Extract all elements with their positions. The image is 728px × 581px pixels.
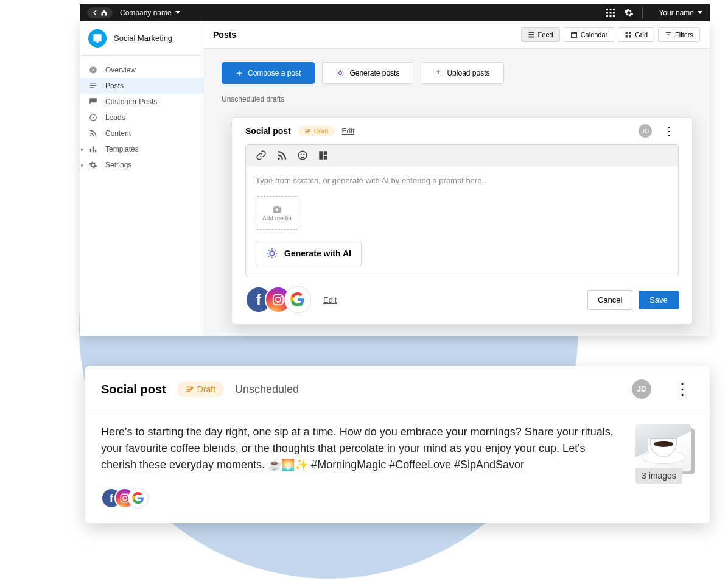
svg-rect-22 (571, 32, 576, 37)
nav-back-home[interactable] (87, 7, 113, 18)
sidebar-header: Social Marketing (80, 21, 203, 56)
sidebar-item-leads[interactable]: Leads (80, 110, 203, 125)
svg-point-27 (339, 71, 342, 74)
post-type-title: Social post (245, 126, 291, 136)
rss-icon[interactable] (276, 150, 287, 161)
svg-rect-8 (613, 15, 615, 17)
author-avatar: JD (632, 379, 651, 399)
more-options-icon[interactable]: ⋮ (659, 124, 679, 138)
google-icon (284, 286, 311, 313)
nav-label: Templates (105, 145, 139, 153)
post-editor-card: Social post Draft Edit JD ⋮ Type from sc… (231, 117, 693, 325)
more-options-icon[interactable]: ⋮ (671, 380, 694, 399)
svg-point-14 (93, 116, 94, 118)
app-name: Social Marketing (114, 33, 172, 43)
draft-badge: Draft (177, 381, 224, 397)
calendar-icon (570, 31, 578, 38)
svg-rect-26 (629, 35, 631, 38)
social-accounts[interactable]: f (245, 286, 311, 313)
svg-rect-23 (626, 32, 628, 34)
post-preview-card: Social post Draft Unscheduled JD ⋮ Here'… (85, 366, 710, 523)
nav-label: Settings (105, 161, 131, 169)
schedule-status: Unscheduled (235, 383, 299, 396)
gear-icon[interactable] (624, 8, 634, 18)
company-label: Company name (120, 9, 172, 17)
editor-textarea[interactable]: Type from scratch, or generate with AI b… (256, 176, 668, 196)
svg-rect-3 (606, 12, 608, 13)
post-body-text: Here's to starting the day right, one si… (101, 424, 622, 473)
svg-point-39 (276, 297, 281, 302)
draft-icon (304, 128, 311, 135)
template-icon[interactable] (318, 150, 329, 161)
svg-point-31 (303, 154, 304, 155)
cancel-button[interactable]: Cancel (587, 290, 632, 310)
svg-rect-12 (90, 87, 94, 88)
svg-rect-5 (613, 12, 615, 13)
nav-label: Overview (105, 66, 136, 74)
apps-grid-icon[interactable] (606, 8, 615, 18)
svg-rect-6 (606, 15, 608, 17)
top-bar: Company name Your name (80, 4, 710, 21)
nav-label: Leads (105, 113, 125, 122)
svg-rect-24 (629, 32, 631, 34)
svg-point-30 (301, 154, 302, 155)
post-media-thumbnail[interactable]: 3 images (635, 424, 694, 471)
svg-point-42 (123, 496, 127, 501)
save-button[interactable]: Save (639, 290, 679, 309)
svg-rect-32 (319, 151, 323, 160)
edit-link[interactable]: Edit (342, 127, 355, 135)
ai-sparkle-icon (336, 69, 345, 77)
sidebar-item-templates[interactable]: ▸ Templates (80, 141, 203, 157)
svg-rect-20 (528, 34, 534, 35)
post-type-title: Social post (101, 382, 166, 396)
view-grid-button[interactable]: Grid (618, 27, 654, 42)
draft-icon (186, 385, 194, 393)
sidebar-item-customer-posts[interactable]: Customer Posts (80, 94, 203, 110)
svg-point-29 (298, 151, 307, 160)
svg-rect-10 (90, 83, 97, 83)
home-icon (100, 9, 108, 16)
image-count-badge: 3 images (635, 468, 682, 484)
link-icon[interactable] (256, 150, 267, 161)
emoji-icon[interactable] (297, 150, 308, 161)
target-icon (88, 113, 98, 122)
camera-plus-icon: + (271, 205, 282, 213)
svg-rect-16 (90, 148, 91, 152)
svg-rect-11 (90, 85, 97, 85)
svg-rect-2 (613, 9, 615, 10)
sidebar-item-overview[interactable]: Overview (80, 62, 203, 78)
main-header: Posts Feed Calendar Grid Filters (203, 21, 710, 49)
compose-post-button[interactable]: Compose a post (222, 62, 315, 84)
chart-icon (88, 144, 98, 154)
company-dropdown[interactable]: Company name (120, 9, 180, 17)
svg-rect-33 (324, 151, 327, 155)
chat-icon (88, 97, 98, 107)
sidebar-item-content[interactable]: Content (80, 125, 203, 141)
generate-with-ai-button[interactable]: Generate with AI (256, 241, 362, 266)
compass-icon (88, 65, 98, 75)
sidebar-item-posts[interactable]: Posts (80, 78, 203, 94)
add-media-button[interactable]: + Add media (256, 196, 298, 230)
view-calendar-button[interactable]: Calendar (564, 27, 615, 42)
upload-posts-button[interactable]: Upload posts (421, 62, 503, 84)
sidebar-item-settings[interactable]: ▸ Settings (80, 157, 203, 173)
plus-icon (236, 69, 243, 77)
expand-arrow-icon: ▸ (81, 146, 84, 152)
chevron-down-icon (698, 11, 702, 14)
svg-rect-25 (626, 35, 628, 38)
svg-point-37 (270, 251, 275, 256)
svg-point-40 (281, 296, 282, 297)
sidebar: Social Marketing Overview Posts Customer… (80, 21, 203, 336)
svg-rect-21 (528, 36, 534, 37)
user-dropdown[interactable]: Your name (659, 9, 702, 17)
page-title: Posts (213, 30, 236, 40)
edit-accounts-link[interactable]: Edit (323, 295, 337, 305)
filters-button[interactable]: Filters (658, 27, 700, 42)
svg-point-28 (278, 157, 280, 160)
svg-rect-7 (610, 15, 612, 17)
divider (642, 7, 643, 18)
feed-icon (528, 31, 535, 38)
svg-rect-4 (610, 12, 612, 13)
view-feed-button[interactable]: Feed (521, 27, 560, 42)
generate-posts-button[interactable]: Generate posts (322, 62, 413, 84)
